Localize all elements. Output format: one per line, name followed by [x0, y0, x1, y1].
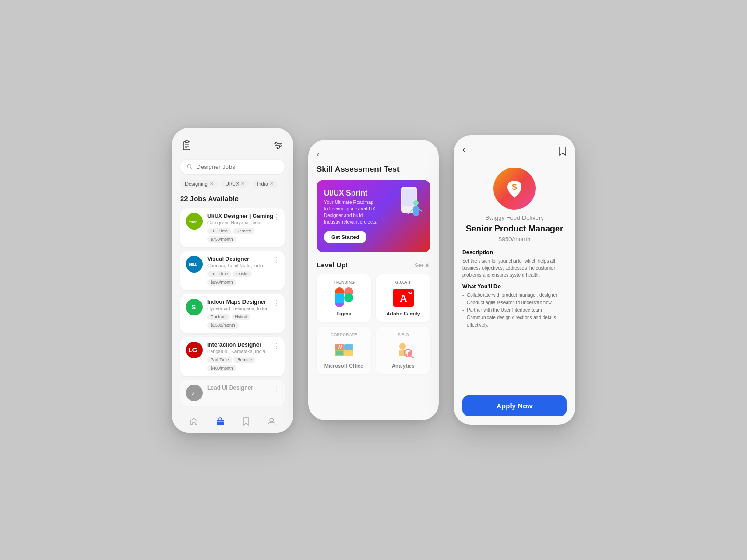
office-icon: W [334, 340, 354, 360]
job-more-4[interactable]: ⋮ [273, 342, 280, 350]
skill-card-figma[interactable]: Trending Figma [317, 274, 371, 322]
adobe-name: Adobe Family [386, 311, 420, 316]
nav-home[interactable] [189, 417, 198, 426]
jobs-count: 22 Jobs Available [180, 195, 285, 203]
job-card-4[interactable]: LG Interaction Designer Bengaluru, Karna… [180, 337, 285, 376]
svg-text:A: A [400, 293, 407, 304]
see-all-button[interactable]: See all [415, 262, 430, 268]
remove-uiux[interactable]: ✕ [241, 181, 245, 186]
promo-illustration [389, 184, 427, 226]
bookmark-icon[interactable] [558, 146, 567, 159]
filter-tag-uiux[interactable]: UI/UX ✕ [221, 180, 249, 188]
nav-saved[interactable] [242, 417, 250, 426]
filter-tag-designing[interactable]: Designing ✕ [180, 180, 218, 188]
search-input[interactable] [197, 163, 278, 170]
svg-text:LG: LG [188, 346, 197, 354]
svg-text:™: ™ [408, 291, 412, 296]
person-icon [267, 417, 276, 426]
briefcase-icon [216, 417, 225, 426]
screens-container: Designing ✕ UI/UX ✕ India ✕ 22 Jobs Avai… [153, 109, 594, 451]
nvidia-logo: NVIDIA [186, 213, 203, 230]
svg-point-10 [277, 147, 279, 149]
description-title: Description [462, 249, 567, 256]
job-detail-title: Senior Product Manager [462, 224, 567, 234]
skill-card-adobe[interactable]: G.O.A.T A ™ Adobe Family [376, 274, 430, 322]
job-card-3[interactable]: S Indoor Maps Designer Hyderabad, Telang… [180, 294, 285, 333]
svg-text:S: S [512, 182, 517, 192]
company-name: Swiggy Food Delivery [462, 214, 567, 221]
promo-desc: Your Ultimate Roadmap to becoming a expe… [324, 199, 379, 225]
lg-icon: LG [187, 345, 202, 355]
job-card-5[interactable]: ♪ Lead UI Designer ⋮ [180, 380, 285, 406]
figma-name: Figma [336, 311, 351, 316]
back-button-screen2[interactable]: ‹ [317, 149, 430, 159]
svg-text:S: S [191, 303, 196, 311]
description-section: Description Set the vision for your char… [462, 249, 567, 279]
phone-illustration [392, 184, 424, 226]
job-card-2[interactable]: DELL Visual Designer Chennai, Tamil Nadu… [180, 251, 285, 290]
svg-rect-27 [413, 206, 419, 216]
dell-icon: DELL [187, 261, 201, 267]
job-more-1[interactable]: ⋮ [273, 213, 280, 222]
svg-rect-54 [406, 354, 407, 356]
back-button-screen3[interactable]: ‹ [462, 145, 465, 154]
analytics-badge: S.E.O [397, 332, 409, 337]
svg-point-8 [275, 142, 277, 144]
list-item-1: Collaborate with product manager, design… [462, 292, 567, 299]
promo-title: UI/UX Sprint [324, 189, 379, 197]
nvidia-icon: NVIDIA [188, 218, 201, 224]
nav-profile[interactable] [267, 417, 276, 426]
job-info-4: Interaction Designer Bengaluru, Karnatak… [207, 342, 279, 371]
skill-card-analytics[interactable]: S.E.O Analytics [376, 327, 430, 374]
svg-text:DELL: DELL [189, 263, 197, 266]
job-more-3[interactable]: ⋮ [273, 299, 280, 308]
svg-point-26 [413, 200, 419, 206]
job-info-3: Indoor Maps Designer Hyderabad, Telangan… [207, 299, 279, 329]
level-up-title: Level Up! [317, 261, 348, 269]
tiktok-icon: ♪ [189, 388, 199, 398]
svg-text:W: W [338, 345, 342, 350]
job-salary: $950/month [462, 236, 567, 243]
get-started-button[interactable]: Get Started [324, 231, 366, 243]
adobe-badge: G.O.A.T [395, 280, 411, 285]
svg-rect-46 [345, 345, 352, 350]
detail-header: ‹ [462, 145, 567, 160]
filter-icon[interactable] [272, 139, 285, 152]
clipboard-icon[interactable] [180, 139, 193, 152]
svg-point-25 [407, 212, 409, 214]
job-card-1[interactable]: NVIDIA UI/UX Designer | Gaming Gurugram,… [180, 208, 285, 247]
apply-now-button[interactable]: Apply Now [462, 395, 567, 416]
swiggy-icon: S [503, 177, 526, 200]
skill-card-office[interactable]: Corporate W [317, 327, 371, 374]
svg-text:NVIDIA: NVIDIA [189, 220, 197, 223]
screen-skill-assessment: ‹ Skill Assessment Test UI/UX Sprint You… [308, 140, 439, 420]
promo-banner: UI/UX Sprint Your Ultimate Roadmap to be… [317, 180, 430, 252]
remove-designing[interactable]: ✕ [210, 181, 213, 186]
search-bar[interactable] [180, 160, 285, 174]
job-info-5: Lead UI Designer [207, 385, 279, 393]
svg-rect-47 [336, 351, 343, 355]
search-icon [187, 163, 193, 170]
spotify-logo: S [186, 299, 203, 315]
job-more-5[interactable]: ⋮ [273, 385, 280, 393]
list-item-2: Conduct agile research to understan flow [462, 299, 567, 307]
remove-india[interactable]: ✕ [270, 181, 274, 186]
spotify-icon: S [189, 302, 199, 312]
analytics-icon [393, 340, 414, 360]
svg-rect-1 [185, 141, 188, 143]
level-up-header: Level Up! See all [317, 261, 430, 269]
nav-jobs[interactable] [216, 417, 225, 426]
filter-tag-india[interactable]: India ✕ [252, 180, 278, 188]
svg-rect-33 [335, 293, 344, 303]
screen-job-detail: ‹ S Swiggy Food Delivery Senior Product … [454, 135, 575, 425]
svg-point-9 [279, 145, 281, 147]
screen1-header [180, 139, 285, 152]
job-more-2[interactable]: ⋮ [273, 256, 280, 265]
description-text: Set the vision for your charter which he… [462, 258, 567, 279]
skill-assessment-title: Skill Assessment Test [317, 165, 430, 174]
svg-line-53 [411, 356, 413, 358]
bottom-nav [180, 411, 285, 433]
svg-line-29 [419, 209, 422, 211]
figma-icon [334, 287, 354, 308]
what-you-do-list: Collaborate with product manager, design… [462, 292, 567, 329]
